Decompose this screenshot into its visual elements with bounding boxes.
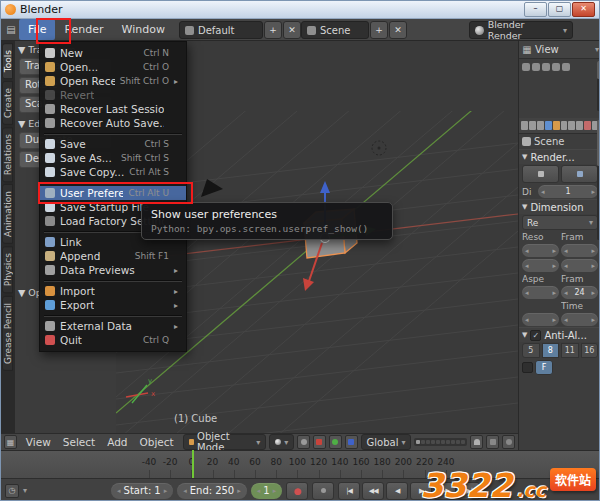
scene-icon[interactable] bbox=[522, 63, 530, 71]
render-layers-tab-icon[interactable] bbox=[529, 121, 536, 130]
viewport-menu-object[interactable]: Object bbox=[134, 436, 180, 448]
menu-item-data-previews[interactable]: Data Previews▸ bbox=[40, 263, 186, 277]
menubar-window[interactable]: Window bbox=[113, 19, 174, 40]
layer-toggle-7[interactable] bbox=[446, 440, 450, 444]
menu-item-save[interactable]: SaveCtrl S bbox=[40, 137, 186, 151]
time-remap-stepper[interactable]: ◂▸ bbox=[561, 313, 598, 326]
viewport-menu-add[interactable]: Add bbox=[101, 436, 133, 448]
mesh-icon[interactable] bbox=[562, 63, 570, 71]
layer-toggle-3[interactable] bbox=[426, 440, 430, 444]
layer-toggle-6[interactable] bbox=[441, 440, 445, 444]
aspect-y-stepper[interactable]: ◂▸ bbox=[522, 313, 559, 326]
previous-keyframe-button[interactable]: ◀◀ bbox=[362, 482, 384, 500]
menu-item-recover-last-session[interactable]: Recover Last Session bbox=[40, 102, 186, 116]
aspect-x-stepper[interactable]: ◂▸ bbox=[522, 286, 559, 299]
data-tab-icon[interactable] bbox=[576, 121, 583, 130]
keying-set-button[interactable] bbox=[312, 482, 334, 500]
snap-magnet-icon[interactable] bbox=[470, 435, 483, 449]
shelf-tab-create[interactable]: Create bbox=[2, 81, 13, 125]
delete-layout-button[interactable]: ✕ bbox=[283, 21, 301, 39]
opengl-render-anim-icon[interactable] bbox=[502, 435, 515, 449]
world-tab-icon[interactable] bbox=[545, 121, 552, 130]
chevron-down-icon[interactable]: ▾ bbox=[23, 486, 27, 495]
menubar-render[interactable]: Render bbox=[55, 19, 112, 40]
layer-toggle-2[interactable] bbox=[421, 440, 425, 444]
scene-dropdown[interactable]: Scene bbox=[301, 21, 369, 39]
play-reverse-button[interactable]: ◀ bbox=[386, 482, 408, 500]
jump-to-start-button[interactable]: |◀ bbox=[338, 482, 360, 500]
pointer-icon[interactable] bbox=[542, 63, 550, 71]
shelf-tab-grease-pencil[interactable]: Grease Pencil bbox=[2, 296, 13, 371]
render-engine-dropdown[interactable]: Blender Render ▾ bbox=[469, 21, 573, 39]
shelf-tab-tools[interactable]: Tools bbox=[2, 43, 13, 79]
editor-type-icon[interactable]: ▦ bbox=[4, 435, 17, 449]
opengl-render-icon[interactable] bbox=[486, 435, 499, 449]
render-button[interactable] bbox=[522, 165, 559, 183]
menu-item-user-preferences[interactable]: User Preferences...Ctrl Alt U bbox=[40, 186, 186, 200]
resolution-y-stepper[interactable]: ◂▸ bbox=[522, 259, 559, 272]
render-panel-header[interactable]: ▼ Render... bbox=[519, 149, 600, 164]
object-tab-icon[interactable] bbox=[553, 121, 560, 130]
eye-icon[interactable] bbox=[532, 63, 540, 71]
maximize-button[interactable]: ▢ bbox=[548, 2, 571, 17]
menu-item-save-as[interactable]: Save As...Shift Ctrl S bbox=[40, 151, 186, 165]
aa-sample-16-button[interactable]: 16 bbox=[581, 343, 599, 358]
full-sample-checkbox[interactable] bbox=[522, 362, 533, 373]
shelf-tab-animation[interactable]: Animation bbox=[2, 184, 13, 244]
manipulator-rotate-icon[interactable] bbox=[329, 435, 342, 449]
constraints-tab-icon[interactable] bbox=[561, 121, 568, 130]
shelf-tab-relations[interactable]: Relations bbox=[2, 127, 13, 182]
screen-layout-dropdown[interactable]: Default bbox=[179, 21, 263, 39]
layers-grid[interactable] bbox=[414, 438, 467, 446]
menubar-file[interactable]: File bbox=[19, 19, 55, 40]
antialiasing-panel-header[interactable]: ▼ ✓ Anti-Al... bbox=[519, 327, 600, 342]
modifiers-tab-icon[interactable] bbox=[568, 121, 575, 130]
add-scene-button[interactable]: + bbox=[370, 21, 388, 39]
timeline-editor-icon[interactable]: ◷ bbox=[5, 484, 19, 498]
frame-start-stepper[interactable]: ◂▸ bbox=[561, 244, 598, 257]
menu-item-new[interactable]: NewCtrl N bbox=[40, 46, 186, 60]
add-layout-button[interactable]: + bbox=[264, 21, 282, 39]
manipulator-scale-icon[interactable] bbox=[345, 435, 358, 449]
viewport-menu-select[interactable]: Select bbox=[57, 436, 101, 448]
aa-sample-5-button[interactable]: 5 bbox=[522, 343, 540, 358]
chevron-down-icon[interactable]: ▾ bbox=[595, 45, 599, 54]
close-button[interactable]: ✕ bbox=[572, 2, 595, 17]
manipulator-translate-icon[interactable] bbox=[313, 435, 326, 449]
delete-scene-button[interactable]: ✕ bbox=[389, 21, 407, 39]
minimize-button[interactable]: – bbox=[524, 2, 547, 17]
layer-toggle-4[interactable] bbox=[431, 440, 435, 444]
aa-sample-8-button[interactable]: 8 bbox=[542, 343, 560, 358]
menu-item-external-data[interactable]: External Data▸ bbox=[40, 319, 186, 333]
current-frame-field[interactable]: ◂ 1 ▸ bbox=[251, 483, 282, 499]
timeline-playhead[interactable] bbox=[192, 450, 194, 478]
autokey-record-button[interactable]: ● bbox=[286, 482, 308, 500]
dimension-panel-header[interactable]: ▼ Dimension bbox=[519, 199, 600, 214]
layer-toggle-9[interactable] bbox=[456, 440, 460, 444]
material-tab-icon[interactable] bbox=[584, 121, 591, 130]
render-presets-dropdown[interactable]: Re ▾ bbox=[522, 215, 598, 230]
mode-dropdown[interactable]: Object Mode ▾ bbox=[183, 434, 266, 450]
shelf-tab-physics[interactable]: Physics bbox=[2, 246, 13, 293]
menu-item-recover-auto-save[interactable]: Recover Auto Save... bbox=[40, 116, 186, 130]
menu-item-quit[interactable]: QuitCtrl Q bbox=[40, 333, 186, 347]
resolution-x-stepper[interactable]: ◂▸ bbox=[522, 244, 559, 257]
frame-end-stepper[interactable]: ◂▸ bbox=[561, 259, 598, 272]
menu-item-append[interactable]: AppendShift F1 bbox=[40, 249, 186, 263]
orientation-dropdown[interactable]: Global ▾ bbox=[361, 434, 412, 450]
frame-rate-stepper[interactable]: ◂24▸ bbox=[561, 286, 598, 299]
aa-sample-11-button[interactable]: 11 bbox=[561, 343, 579, 358]
scene-tab-icon[interactable] bbox=[537, 121, 544, 130]
menu-item-revert[interactable]: Revert bbox=[40, 88, 186, 102]
menu-item-import[interactable]: Import▸ bbox=[40, 284, 186, 298]
layer-toggle-5[interactable] bbox=[436, 440, 440, 444]
info-editor-icon[interactable]: ▤ bbox=[3, 22, 19, 37]
layer-toggle-1[interactable] bbox=[416, 440, 420, 444]
end-frame-field[interactable]: ◂ End:250 ▸ bbox=[177, 483, 247, 499]
viewport-menu-view[interactable]: View bbox=[20, 436, 57, 448]
menu-item-open-recent[interactable]: Open Recent...Shift Ctrl O▸ bbox=[40, 74, 186, 88]
render-tab-icon[interactable] bbox=[521, 121, 528, 130]
display-stepper[interactable]: ◂ 1 ▸ bbox=[538, 185, 598, 198]
start-frame-field[interactable]: ◂ Start:1 ▸ bbox=[111, 483, 173, 499]
antialiasing-checkbox[interactable]: ✓ bbox=[530, 330, 541, 341]
